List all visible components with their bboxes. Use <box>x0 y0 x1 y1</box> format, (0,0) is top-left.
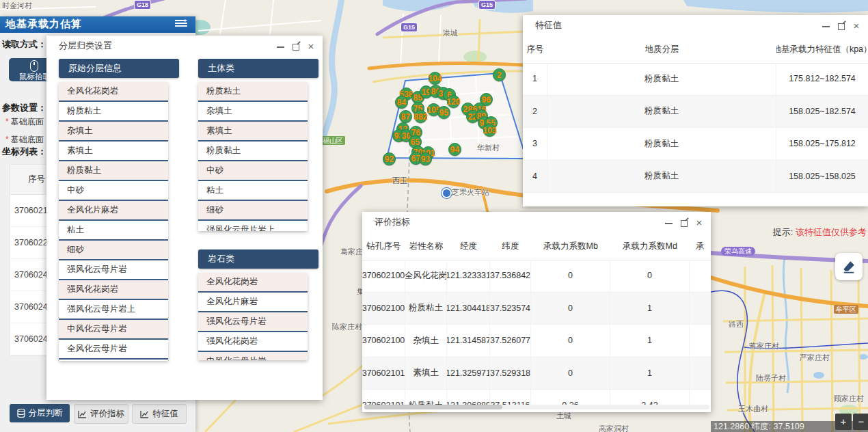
rock-item[interactable]: 强风化花岗岩 <box>198 332 308 352</box>
layer-item[interactable]: 素填土 <box>59 141 168 161</box>
close-icon[interactable]: × <box>694 218 704 228</box>
minimize-icon[interactable] <box>276 42 286 51</box>
horizontal-scrollbar[interactable] <box>364 405 709 409</box>
borehole-marker[interactable]: 103 <box>483 124 496 137</box>
soil-item[interactable]: 细砂 <box>198 201 308 221</box>
evaluation-row: 370602100杂填土121.314587 37.52607701 <box>362 325 711 357</box>
borehole-marker[interactable]: 104 <box>429 72 442 85</box>
borehole-marker[interactable]: 95 <box>437 106 450 119</box>
map-label: G15 <box>401 23 418 32</box>
close-icon[interactable]: × <box>306 42 316 51</box>
close-icon[interactable]: × <box>852 21 861 31</box>
borehole-marker[interactable]: 120 <box>447 95 460 108</box>
soil-item[interactable]: 中砂 <box>198 161 308 181</box>
map-label: 陈家庄村 <box>332 322 362 332</box>
map-label: 葛家庄 <box>340 247 363 257</box>
map-label: 时金河村 <box>2 1 32 11</box>
maximize-icon[interactable] <box>837 21 846 31</box>
rock-class-list: 全风化花岗岩全风化片麻岩强风化云母片岩强风化花岗岩中风化云母片岩 <box>198 273 308 360</box>
maximize-icon[interactable] <box>679 218 689 228</box>
original-layers-header: 原始分层信息 <box>59 59 179 78</box>
train-station-icon <box>442 188 452 198</box>
soil-class-header: 土体类 <box>198 59 318 78</box>
reference-tip: 提示: 该特征值仅供参考 <box>773 226 867 239</box>
borehole-marker[interactable]: 92 <box>383 152 396 165</box>
scrollbar-thumb[interactable] <box>364 405 502 409</box>
layer-item[interactable]: 杂填土 <box>59 122 168 141</box>
map-label: 华新村 <box>477 143 500 153</box>
maximize-icon[interactable] <box>291 42 301 51</box>
coord-list-label: 坐标列表： <box>2 146 46 158</box>
required-asterisk: * <box>5 117 9 126</box>
map-label: G18 <box>134 0 151 10</box>
layer-item[interactable]: 粉质粘土 <box>59 102 168 122</box>
soil-item[interactable]: 杂填土 <box>198 102 308 122</box>
layer-item[interactable]: 强风化云母片岩 <box>59 260 168 280</box>
minimize-icon[interactable] <box>822 21 831 31</box>
evaluation-table-header: 钻孔序号岩性名称 经度纬度 承载力系数Mb承载力系数Md 承 <box>362 232 711 260</box>
layer-item[interactable]: 粉质黏土 <box>59 161 168 181</box>
map-label: 牟平区 <box>834 305 858 314</box>
rock-class-header: 岩石类 <box>198 249 318 269</box>
rock-item[interactable]: 强风化云母片岩 <box>198 312 308 332</box>
eigenvalue-row: 3粉质黏土158.025~175.812 <box>523 128 868 161</box>
layer-item[interactable]: 全风化云母片岩 <box>59 340 168 360</box>
map-label: 王木曲村 <box>738 404 768 414</box>
map-label: 高家洞村 <box>599 424 629 432</box>
menu-icon[interactable] <box>175 20 187 29</box>
eval-index-button[interactable]: 评价指标 <box>74 404 128 424</box>
map-label: 港城 <box>443 28 458 38</box>
param-settings-label: 参数设置： <box>2 102 46 114</box>
layer-judge-button[interactable]: 分层判断 <box>10 404 70 422</box>
eigenvalue-panel: 特征值 × 序号 地质分层 地基承载力特征值（kpa） 1粉质黏土175.812… <box>523 15 868 206</box>
app-title-bar: 地基承载力估算 <box>0 16 195 33</box>
borehole-marker[interactable]: 882 <box>414 110 427 123</box>
layer-item[interactable]: 强风化花岗岩 <box>59 280 168 300</box>
chart-icon <box>78 410 87 418</box>
layer-item[interactable]: 中风化云母片岩 <box>59 320 168 340</box>
borehole-marker[interactable]: 87 <box>399 110 412 123</box>
map-label: 陆塄子村 <box>756 373 786 383</box>
eigenvalue-row: 2粉质黏土158.025~182.574 <box>523 96 868 129</box>
eigenvalue-row: 1粉质黏土175.812~182.574 <box>523 63 868 96</box>
borehole-marker[interactable]: 84 <box>395 96 408 109</box>
evaluation-panel: 评价指标 × 钻孔序号岩性名称 经度纬度 承载力系数Mb承载力系数Md 承 37… <box>362 212 711 412</box>
evaluation-row: 370602101素填土121.325971 37.52931801 <box>362 357 711 390</box>
zoom-in-button[interactable]: + <box>835 414 852 430</box>
rock-item[interactable]: 中风化云母片岩 <box>198 352 308 360</box>
soil-item[interactable]: 强风化云母片岩上 <box>198 221 308 231</box>
minimize-icon[interactable] <box>664 218 674 228</box>
rock-item[interactable]: 全风化片麻岩 <box>198 293 308 312</box>
param-required-item: *基础底面 <box>5 116 44 128</box>
layer-item[interactable]: 强风化云母片岩上 <box>59 300 168 320</box>
borehole-marker[interactable]: 93 <box>419 152 432 165</box>
rock-item[interactable]: 全风化花岗岩 <box>198 273 308 293</box>
map-label: 严家庄村 <box>800 353 830 363</box>
borehole-marker[interactable]: 94 <box>448 143 461 156</box>
app-title: 地基承载力估算 <box>5 18 82 31</box>
soil-item[interactable]: 粉质黏土 <box>198 141 308 161</box>
borehole-marker[interactable]: 2 <box>493 68 506 81</box>
layer-item[interactable]: 全风化花岗岩 <box>59 82 168 102</box>
eigenvalue-table-header: 序号 地质分层 地基承载力特征值（kpa） <box>523 36 868 64</box>
eigenvalue-panel-title: 特征值 <box>523 15 868 36</box>
soil-item[interactable]: 粉质粘土 <box>198 82 308 102</box>
soil-item[interactable]: 素填土 <box>198 122 308 141</box>
evaluation-row: 370602100粉质粘土121.304418 37.52357401 <box>362 293 711 325</box>
soil-class-list: 粉质粘土杂填土素填土粉质黏土中砂粘土细砂强风化云母片岩上 <box>198 82 308 231</box>
layer-item[interactable]: 细砂 <box>59 241 168 260</box>
layer-item[interactable]: 中砂 <box>59 181 168 201</box>
original-layers-list: 全风化花岗岩粉质粘土杂填土素填土粉质黏土中砂全风化片麻岩粘土细砂强风化云母片岩强… <box>59 82 168 361</box>
zoom-out-button[interactable]: − <box>853 414 868 430</box>
param-required-item: *基础底面 <box>5 134 44 146</box>
eigen-value-button[interactable]: 特征值 <box>132 404 187 424</box>
map-label: 福山区 <box>321 136 345 145</box>
map-label: 西玉 <box>392 176 407 186</box>
map-label: 路西 <box>729 319 744 329</box>
layer-item[interactable]: 粘土 <box>59 221 168 241</box>
required-asterisk: * <box>5 135 9 144</box>
soil-item[interactable]: 粘土 <box>198 181 308 201</box>
layer-item[interactable]: 全风化片麻岩 <box>59 201 168 221</box>
eraser-button[interactable] <box>835 253 863 280</box>
evaluation-row: 370602101粉质黏土121.306889 37.5131160.262.4… <box>362 390 711 405</box>
